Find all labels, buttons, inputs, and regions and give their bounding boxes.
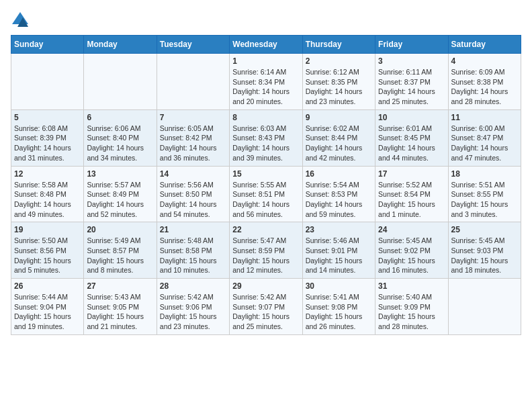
week-row-1: 1Sunrise: 6:14 AM Sunset: 8:34 PM Daylig… [11, 54, 521, 110]
calendar-cell: 21Sunrise: 5:48 AM Sunset: 8:58 PM Dayli… [157, 222, 229, 279]
day-number: 9 [306, 113, 372, 122]
calendar-cell: 29Sunrise: 5:42 AM Sunset: 9:07 PM Dayli… [230, 279, 302, 335]
day-info: Sunrise: 5:45 AM Sunset: 9:03 PM Dayligh… [451, 236, 518, 275]
day-number: 4 [451, 56, 518, 66]
week-row-5: 26Sunrise: 5:44 AM Sunset: 9:04 PM Dayli… [11, 279, 521, 335]
day-number: 3 [378, 56, 445, 66]
day-info: Sunrise: 5:50 AM Sunset: 8:56 PM Dayligh… [14, 236, 81, 275]
calendar-cell [157, 54, 229, 110]
day-info: Sunrise: 6:06 AM Sunset: 8:40 PM Dayligh… [87, 124, 153, 163]
day-header-saturday: Saturday [448, 36, 521, 54]
day-number: 10 [378, 113, 445, 122]
day-info: Sunrise: 6:01 AM Sunset: 8:45 PM Dayligh… [378, 124, 445, 163]
calendar-cell: 27Sunrise: 5:43 AM Sunset: 9:05 PM Dayli… [84, 279, 157, 335]
calendar-cell: 26Sunrise: 5:44 AM Sunset: 9:04 PM Dayli… [11, 279, 84, 335]
calendar-cell [11, 54, 84, 110]
day-info: Sunrise: 5:51 AM Sunset: 8:55 PM Dayligh… [451, 180, 518, 220]
day-info: Sunrise: 5:46 AM Sunset: 9:01 PM Dayligh… [306, 236, 372, 275]
day-number: 11 [451, 113, 518, 122]
day-number: 27 [87, 281, 153, 291]
week-row-4: 19Sunrise: 5:50 AM Sunset: 8:56 PM Dayli… [11, 222, 521, 279]
day-number: 26 [14, 281, 81, 291]
day-info: Sunrise: 6:09 AM Sunset: 8:38 PM Dayligh… [451, 67, 518, 107]
calendar-cell: 25Sunrise: 5:45 AM Sunset: 9:03 PM Dayli… [448, 222, 521, 279]
calendar-cell: 13Sunrise: 5:57 AM Sunset: 8:49 PM Dayli… [84, 166, 157, 222]
day-number: 5 [14, 113, 81, 122]
day-number: 15 [232, 169, 299, 179]
day-header-sunday: Sunday [11, 36, 84, 54]
calendar-cell: 22Sunrise: 5:47 AM Sunset: 8:59 PM Dayli… [230, 222, 302, 279]
calendar-cell: 20Sunrise: 5:49 AM Sunset: 8:57 PM Dayli… [84, 222, 157, 279]
day-info: Sunrise: 5:58 AM Sunset: 8:48 PM Dayligh… [14, 180, 81, 220]
day-info: Sunrise: 5:44 AM Sunset: 9:04 PM Dayligh… [14, 292, 81, 332]
page-header [11, 11, 521, 30]
day-info: Sunrise: 6:08 AM Sunset: 8:39 PM Dayligh… [14, 124, 81, 163]
day-number: 25 [451, 225, 518, 234]
day-info: Sunrise: 6:12 AM Sunset: 8:35 PM Dayligh… [306, 67, 372, 107]
calendar-table: SundayMondayTuesdayWednesdayThursdayFrid… [11, 35, 521, 335]
calendar-cell: 10Sunrise: 6:01 AM Sunset: 8:45 PM Dayli… [375, 109, 448, 166]
day-info: Sunrise: 5:54 AM Sunset: 8:53 PM Dayligh… [306, 180, 372, 220]
day-info: Sunrise: 5:56 AM Sunset: 8:50 PM Dayligh… [160, 180, 226, 220]
calendar-cell: 4Sunrise: 6:09 AM Sunset: 8:38 PM Daylig… [448, 54, 521, 110]
day-number: 13 [87, 169, 153, 179]
day-header-thursday: Thursday [302, 36, 375, 54]
calendar-cell: 3Sunrise: 6:11 AM Sunset: 8:37 PM Daylig… [375, 54, 448, 110]
day-number: 6 [87, 113, 153, 122]
calendar-cell: 12Sunrise: 5:58 AM Sunset: 8:48 PM Dayli… [11, 166, 84, 222]
day-number: 24 [378, 225, 445, 234]
days-header-row: SundayMondayTuesdayWednesdayThursdayFrid… [11, 36, 521, 54]
day-info: Sunrise: 6:03 AM Sunset: 8:43 PM Dayligh… [232, 124, 299, 163]
calendar-cell: 16Sunrise: 5:54 AM Sunset: 8:53 PM Dayli… [302, 166, 375, 222]
day-number: 29 [232, 281, 299, 291]
calendar-cell: 8Sunrise: 6:03 AM Sunset: 8:43 PM Daylig… [230, 109, 302, 166]
calendar-cell: 11Sunrise: 6:00 AM Sunset: 8:47 PM Dayli… [448, 109, 521, 166]
calendar-cell: 5Sunrise: 6:08 AM Sunset: 8:39 PM Daylig… [11, 109, 84, 166]
calendar-cell: 24Sunrise: 5:45 AM Sunset: 9:02 PM Dayli… [375, 222, 448, 279]
calendar-cell: 2Sunrise: 6:12 AM Sunset: 8:35 PM Daylig… [302, 54, 375, 110]
calendar-cell: 9Sunrise: 6:02 AM Sunset: 8:44 PM Daylig… [302, 109, 375, 166]
calendar-cell: 28Sunrise: 5:42 AM Sunset: 9:06 PM Dayli… [157, 279, 229, 335]
day-number: 22 [232, 225, 299, 234]
calendar-cell: 6Sunrise: 6:06 AM Sunset: 8:40 PM Daylig… [84, 109, 157, 166]
week-row-2: 5Sunrise: 6:08 AM Sunset: 8:39 PM Daylig… [11, 109, 521, 166]
calendar-cell: 19Sunrise: 5:50 AM Sunset: 8:56 PM Dayli… [11, 222, 84, 279]
day-info: Sunrise: 5:41 AM Sunset: 9:08 PM Dayligh… [306, 292, 372, 332]
day-number: 8 [232, 113, 299, 122]
day-info: Sunrise: 5:42 AM Sunset: 9:07 PM Dayligh… [232, 292, 299, 332]
day-number: 12 [14, 169, 81, 179]
day-number: 28 [160, 281, 226, 291]
day-info: Sunrise: 6:00 AM Sunset: 8:47 PM Dayligh… [451, 124, 518, 163]
day-info: Sunrise: 5:48 AM Sunset: 8:58 PM Dayligh… [160, 236, 226, 275]
day-info: Sunrise: 5:49 AM Sunset: 8:57 PM Dayligh… [87, 236, 153, 275]
day-header-wednesday: Wednesday [230, 36, 302, 54]
calendar-cell: 15Sunrise: 5:55 AM Sunset: 8:51 PM Dayli… [230, 166, 302, 222]
calendar-cell: 30Sunrise: 5:41 AM Sunset: 9:08 PM Dayli… [302, 279, 375, 335]
day-info: Sunrise: 5:45 AM Sunset: 9:02 PM Dayligh… [378, 236, 445, 275]
day-info: Sunrise: 5:57 AM Sunset: 8:49 PM Dayligh… [87, 180, 153, 220]
calendar-cell: 7Sunrise: 6:05 AM Sunset: 8:42 PM Daylig… [157, 109, 229, 166]
calendar-cell: 18Sunrise: 5:51 AM Sunset: 8:55 PM Dayli… [448, 166, 521, 222]
day-number: 19 [14, 225, 81, 234]
day-number: 23 [306, 225, 372, 234]
day-number: 21 [160, 225, 226, 234]
logo-icon [11, 11, 30, 30]
day-info: Sunrise: 5:40 AM Sunset: 9:09 PM Dayligh… [378, 292, 445, 332]
day-info: Sunrise: 5:55 AM Sunset: 8:51 PM Dayligh… [232, 180, 299, 220]
calendar-cell: 14Sunrise: 5:56 AM Sunset: 8:50 PM Dayli… [157, 166, 229, 222]
day-info: Sunrise: 5:52 AM Sunset: 8:54 PM Dayligh… [378, 180, 445, 220]
day-info: Sunrise: 6:14 AM Sunset: 8:34 PM Dayligh… [232, 67, 299, 107]
calendar-cell: 31Sunrise: 5:40 AM Sunset: 9:09 PM Dayli… [375, 279, 448, 335]
calendar-cell: 23Sunrise: 5:46 AM Sunset: 9:01 PM Dayli… [302, 222, 375, 279]
day-number: 18 [451, 169, 518, 179]
day-number: 30 [306, 281, 372, 291]
day-number: 1 [232, 56, 299, 66]
day-header-friday: Friday [375, 36, 448, 54]
day-info: Sunrise: 6:05 AM Sunset: 8:42 PM Dayligh… [160, 124, 226, 163]
day-info: Sunrise: 5:43 AM Sunset: 9:05 PM Dayligh… [87, 292, 153, 332]
week-row-3: 12Sunrise: 5:58 AM Sunset: 8:48 PM Dayli… [11, 166, 521, 222]
day-info: Sunrise: 5:47 AM Sunset: 8:59 PM Dayligh… [232, 236, 299, 275]
calendar-cell [84, 54, 157, 110]
calendar-cell: 17Sunrise: 5:52 AM Sunset: 8:54 PM Dayli… [375, 166, 448, 222]
logo [11, 11, 32, 30]
